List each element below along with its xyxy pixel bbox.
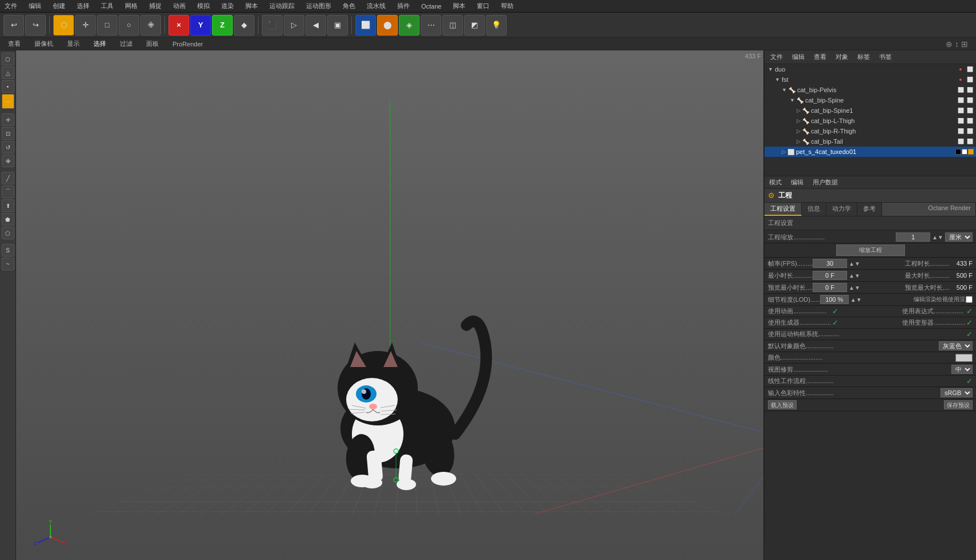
mode-view[interactable]: 查看	[5, 38, 24, 49]
prop-input-color-select[interactable]: sRGB线性	[940, 388, 973, 397]
scene-icon-lock-tail[interactable]: ⬜	[966, 137, 974, 145]
btn-load-preset[interactable]: 载入预设	[768, 400, 797, 409]
tab-info[interactable]: 信息	[802, 203, 826, 216]
left-tool-knife[interactable]: ╱	[2, 172, 14, 184]
tag-orange[interactable]	[968, 149, 974, 155]
mode-prorender[interactable]: ProRender	[169, 40, 206, 49]
left-tool-rotate2[interactable]: ↺	[2, 141, 14, 153]
menu-help[interactable]: 帮助	[499, 1, 516, 11]
prop-lod-checkbox[interactable]	[966, 296, 973, 303]
menu-plugins[interactable]: 插件	[395, 1, 412, 11]
left-tool-scale2[interactable]: ⊡	[2, 127, 14, 140]
scene-icon-vis-spine1[interactable]: ⬜	[957, 107, 965, 115]
tab-dynamics[interactable]: 动力学	[826, 203, 857, 216]
left-tool-select[interactable]: ⬡	[2, 53, 14, 65]
prop-scale-unit[interactable]: 厘米米毫米	[945, 232, 973, 242]
menu-mesh[interactable]: 网格	[123, 1, 140, 11]
tool-y[interactable]: Y	[190, 15, 211, 36]
left-tool-poly[interactable]: △	[2, 66, 14, 79]
menu-motion-tracking[interactable]: 运动跟踪	[267, 1, 297, 11]
menu-select[interactable]: 选择	[75, 1, 92, 11]
scene-item-rthigh[interactable]: ▷ 🦴 cat_bip-R-Thigh ⬜ ⬜	[765, 126, 976, 136]
mode-display[interactable]: 显示	[64, 38, 83, 49]
scene-menu-edit[interactable]: 编辑	[789, 52, 808, 62]
tab-project-settings[interactable]: 工程设置	[765, 203, 802, 216]
tool-redo[interactable]: ↪	[25, 15, 46, 36]
props-menu-userdata[interactable]: 用户数据	[810, 178, 840, 187]
menu-window[interactable]: 窗口	[475, 1, 492, 11]
scene-item-spine[interactable]: ▼ 🦴 cat_bip-Spine ⬜ ⬜	[765, 95, 976, 105]
scene-icon-lock-pelvis[interactable]: ⬜	[966, 86, 974, 94]
tool-rotate[interactable]: ○	[119, 15, 139, 36]
scene-icon-lock-spine[interactable]: ⬜	[966, 96, 974, 104]
scene-icon-vis-pelvis[interactable]: ⬜	[957, 86, 965, 94]
menu-file[interactable]: 文件	[2, 1, 19, 11]
scene-icon-vis-rthigh[interactable]: ⬜	[957, 127, 965, 135]
tag-black[interactable]	[955, 149, 961, 155]
scene-icon-vis-tail[interactable]: ⬜	[957, 137, 965, 145]
tag-white[interactable]	[962, 149, 967, 155]
menu-motion-graphics[interactable]: 运动图形	[304, 1, 334, 11]
left-tool-bend[interactable]: ⌒	[2, 186, 14, 198]
prop-fps-input[interactable]	[813, 259, 847, 268]
btn-scale-project[interactable]: 缩放工程	[836, 244, 905, 256]
menu-simulate[interactable]: 模拟	[195, 1, 212, 11]
tool-keyframe[interactable]: ▷	[284, 15, 304, 36]
tool-cube[interactable]: ⬜	[355, 15, 376, 36]
tool-all[interactable]: ✙	[140, 15, 161, 36]
left-tool-magnet[interactable]: S	[2, 244, 14, 257]
props-menu-edit[interactable]: 编辑	[789, 178, 806, 187]
scene-menu-view[interactable]: 查看	[810, 52, 830, 62]
scene-item-duo[interactable]: ▼ duo ● ⬜	[765, 64, 976, 74]
scene-icon-vis[interactable]: ●	[957, 65, 965, 73]
left-tool-smooth[interactable]: ~	[2, 258, 14, 270]
prop-color-swatch[interactable]	[955, 354, 973, 362]
prop-scale-input[interactable]	[896, 232, 930, 242]
prop-mintime-input[interactable]	[813, 271, 847, 280]
mode-camera[interactable]: 摄像机	[31, 38, 57, 49]
menu-pipeline[interactable]: 流水线	[364, 1, 388, 11]
tool-select[interactable]: ⬡	[53, 15, 74, 36]
tool-camera2[interactable]: ◩	[464, 15, 485, 36]
scene-icon-lock-rthigh[interactable]: ⬜	[966, 127, 974, 135]
scene-icon-vis-spine[interactable]: ⬜	[957, 96, 965, 104]
scene-icon-lock[interactable]: ⬜	[966, 65, 974, 73]
mode-filter[interactable]: 过滤	[116, 38, 136, 49]
tool-deform[interactable]: ◫	[442, 15, 463, 36]
scene-icon-lock-spine1[interactable]: ⬜	[966, 107, 974, 115]
btn-save-preset[interactable]: 保存预设	[944, 400, 973, 409]
scene-item-pelvis[interactable]: ▼ 🦴 cat_bip-Pelvis ⬜ ⬜	[765, 85, 976, 95]
scene-icon-vis-fst[interactable]: ●	[957, 76, 965, 84]
tool-light[interactable]: 💡	[486, 15, 507, 36]
scene-icon-lock-lthigh[interactable]: ⬜	[966, 117, 974, 125]
scene-item-fst[interactable]: ▼ fst ● ⬜	[765, 74, 976, 85]
left-tool-edge[interactable]: ─	[2, 94, 14, 109]
menu-create[interactable]: 创建	[50, 1, 68, 11]
tool-scale[interactable]: □	[97, 15, 117, 36]
tool-record[interactable]: ◀	[305, 15, 326, 36]
tool-move[interactable]: ✛	[75, 15, 96, 36]
scene-item-tail[interactable]: ▷ 🦴 cat_bip-Tail ⬜ ⬜	[765, 136, 976, 147]
mode-panel[interactable]: 面板	[143, 38, 162, 49]
tool-sphere[interactable]: ⬤	[377, 15, 398, 36]
prop-previewmin-input[interactable]	[813, 283, 847, 292]
scene-menu-object[interactable]: 对象	[832, 52, 852, 62]
scene-item-spine1[interactable]: ▷ 🦴 cat_bip-Spine1 ⬜ ⬜	[765, 105, 976, 116]
prop-view-clip-select[interactable]: 小中大	[951, 365, 973, 374]
scene-icon-vis-lthigh[interactable]: ⬜	[957, 117, 965, 125]
scene-menu-bookmark[interactable]: 书签	[876, 52, 895, 62]
menu-tools[interactable]: 工具	[99, 1, 116, 11]
tool-nurbs[interactable]: ◈	[399, 15, 420, 36]
menu-render[interactable]: 道染	[219, 1, 236, 11]
tool-timeline[interactable]: ⬛	[262, 15, 283, 36]
mode-select[interactable]: 选择	[90, 38, 109, 49]
tool-x[interactable]: ×	[168, 15, 189, 36]
left-tool-bevel[interactable]: ⬟	[2, 213, 14, 226]
scene-item-lthigh[interactable]: ▷ 🦴 cat_bip-L-Thigh ⬜ ⬜	[765, 116, 976, 126]
tool-anim[interactable]: ▣	[327, 15, 348, 36]
menu-octane[interactable]: Octane	[419, 2, 444, 11]
left-tool-extrude[interactable]: ⬆	[2, 199, 14, 212]
menu-edit[interactable]: 编辑	[26, 1, 44, 11]
tool-z[interactable]: Z	[212, 15, 233, 36]
prop-default-color-select[interactable]: 灰蓝色红色蓝色	[939, 341, 973, 350]
